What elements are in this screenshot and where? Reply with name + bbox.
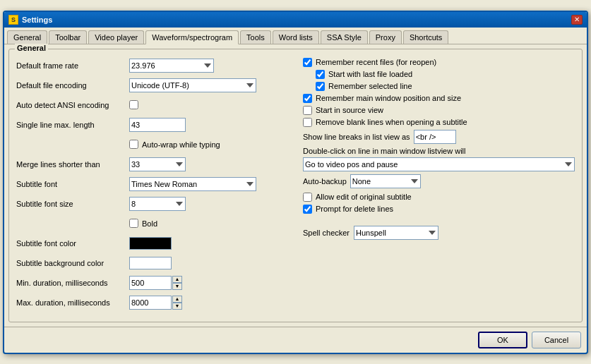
right-column: Remember recent files (for reopen) Start… (303, 58, 575, 315)
tab-ssa-style[interactable]: SSA Style (321, 30, 368, 44)
bg-color-label: Subtitle background color (16, 259, 129, 267)
bold-row: Bold (16, 216, 292, 231)
allow-edit-checkbox[interactable] (303, 193, 312, 202)
content-area: General Default frame rate 23.976 Defaul… (4, 44, 587, 327)
subtitle-font-label: Subtitle font (16, 180, 129, 188)
bold-label: Bold (142, 219, 157, 228)
min-duration-up[interactable]: ▲ (172, 276, 182, 283)
frame-rate-select[interactable]: 23.976 (129, 59, 214, 73)
merge-lines-select[interactable]: 33 (129, 157, 186, 171)
min-duration-down[interactable]: ▼ (172, 283, 182, 290)
left-column: Default frame rate 23.976 Default file e… (16, 58, 292, 315)
remove-blank-checkbox[interactable] (303, 118, 312, 127)
spell-checker-row: Spell checker Hunspell (303, 225, 575, 241)
tab-shortcuts[interactable]: Shortcuts (403, 30, 448, 44)
min-duration-row: Min. duration, milliseconds ▲ ▼ (16, 275, 292, 291)
tab-video-player[interactable]: Video player (88, 30, 144, 44)
cancel-button[interactable]: Cancel (532, 332, 581, 348)
start-source-row: Start in source view (303, 106, 575, 115)
prompt-delete-row: Prompt for delete lines (303, 205, 575, 214)
auto-wrap-checkbox-row: Auto-wrap while typing (129, 140, 220, 149)
single-line-input[interactable] (129, 118, 186, 132)
frame-rate-label: Default frame rate (16, 61, 129, 70)
subtitle-font-size-select[interactable]: 8 (129, 197, 186, 211)
spell-checker-label: Spell checker (303, 229, 350, 237)
window-icon: S (8, 15, 18, 25)
main-content: Default frame rate 23.976 Default file e… (16, 55, 575, 315)
remember-window-checkbox[interactable] (303, 94, 312, 103)
max-duration-input[interactable] (129, 296, 172, 310)
tab-waveform[interactable]: Waveform/spectrogram (145, 30, 239, 44)
single-line-label: Single line max. length (16, 121, 129, 129)
allow-edit-row: Allow edit of original subtitle (303, 193, 575, 202)
double-click-label: Double-click on line in main window list… (303, 147, 575, 155)
font-color-label: Subtitle font color (16, 239, 129, 248)
double-click-row: Double-click on line in main window list… (303, 147, 575, 171)
remember-window-label: Remember main window position and size (316, 94, 461, 102)
bold-checkbox-row: Bold (129, 219, 157, 228)
settings-window: S Settings ✕ General Toolbar Video playe… (3, 11, 588, 354)
group-title: General (15, 44, 48, 52)
tab-toolbar[interactable]: Toolbar (49, 30, 87, 44)
bg-color-row: Subtitle background color (16, 255, 292, 271)
auto-wrap-checkbox[interactable] (129, 140, 138, 149)
merge-lines-label: Merge lines shorter than (16, 160, 129, 169)
remember-recent-label: Remember recent files (for reopen) (316, 58, 436, 66)
frame-rate-row: Default frame rate 23.976 (16, 58, 292, 73)
remove-blank-row: Remove blank lines when opening a subtit… (303, 118, 575, 127)
remember-selected-checkbox[interactable] (316, 82, 325, 91)
max-duration-down[interactable]: ▼ (172, 303, 182, 310)
font-color-row: Subtitle font color (16, 236, 292, 251)
min-duration-input[interactable] (129, 276, 172, 290)
autobackup-label: Auto-backup (303, 177, 347, 186)
subtitle-font-select[interactable]: Times New Roman (129, 177, 256, 191)
allow-edit-label: Allow edit of original subtitle (316, 193, 412, 201)
tab-word-lists[interactable]: Word lists (273, 30, 319, 44)
title-bar: S Settings ✕ (4, 12, 587, 28)
auto-detect-row: Auto detect ANSI encoding (16, 97, 292, 113)
font-color-swatch[interactable] (129, 237, 172, 250)
subtitle-font-size-label: Subtitle font size (16, 200, 129, 208)
show-line-breaks-input[interactable] (414, 130, 456, 144)
start-source-checkbox[interactable] (303, 106, 312, 115)
remember-recent-row: Remember recent files (for reopen) (303, 58, 575, 67)
min-duration-label: Min. duration, milliseconds (16, 279, 129, 287)
ok-button[interactable]: OK (478, 332, 527, 348)
double-click-select[interactable]: Go to video pos and pause (303, 157, 575, 171)
merge-lines-row: Merge lines shorter than 33 (16, 157, 292, 172)
auto-detect-label: Auto detect ANSI encoding (16, 101, 129, 109)
start-last-file-label: Start with last file loaded (328, 70, 412, 78)
remember-recent-checkbox[interactable] (303, 58, 312, 67)
tab-tools[interactable]: Tools (240, 30, 271, 44)
single-line-row: Single line max. length (16, 117, 292, 133)
title-bar-left: S Settings (8, 15, 52, 25)
auto-wrap-row: Auto-wrap while typing (16, 137, 292, 152)
group-box-general: General Default frame rate 23.976 Defaul… (8, 49, 583, 322)
auto-detect-checkbox[interactable] (129, 100, 138, 109)
start-last-file-checkbox[interactable] (316, 70, 325, 79)
prompt-delete-checkbox[interactable] (303, 205, 312, 214)
start-source-label: Start in source view (316, 106, 383, 114)
max-duration-spinner-btns: ▲ ▼ (172, 296, 182, 310)
bg-color-swatch[interactable] (129, 257, 172, 269)
tabs-bar: General Toolbar Video player Waveform/sp… (4, 28, 587, 44)
autobackup-row: Auto-backup None (303, 174, 575, 188)
max-duration-label: Max. duration, milliseconds (16, 298, 129, 307)
max-duration-up[interactable]: ▲ (172, 296, 182, 303)
remove-blank-label: Remove blank lines when opening a subtit… (316, 118, 467, 126)
remember-selected-label: Remember selected line (328, 82, 412, 90)
show-line-breaks-label: Show line breaks in list view as (303, 133, 410, 141)
remember-window-row: Remember main window position and size (303, 94, 575, 103)
tab-proxy[interactable]: Proxy (369, 30, 402, 44)
prompt-delete-label: Prompt for delete lines (316, 205, 393, 213)
autobackup-select[interactable]: None (350, 174, 421, 188)
encoding-select[interactable]: Unicode (UTF-8) (129, 78, 256, 92)
close-button[interactable]: ✕ (571, 15, 583, 25)
max-duration-row: Max. duration, milliseconds ▲ ▼ (16, 295, 292, 310)
spell-checker-select[interactable]: Hunspell (354, 226, 438, 240)
tab-general[interactable]: General (7, 30, 47, 44)
min-duration-spinner-btns: ▲ ▼ (172, 276, 182, 290)
min-duration-spinner: ▲ ▼ (129, 276, 182, 290)
bold-checkbox[interactable] (129, 219, 138, 228)
start-last-file-row: Start with last file loaded (316, 70, 575, 79)
